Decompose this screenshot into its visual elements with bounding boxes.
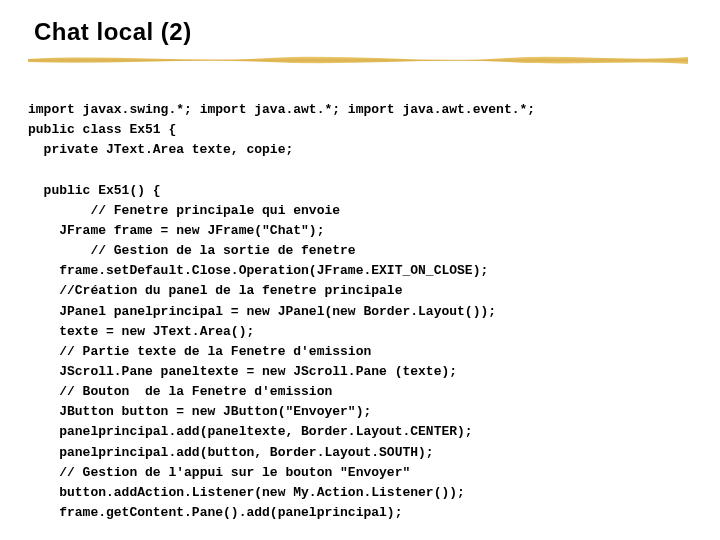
- title-underline: [28, 52, 692, 66]
- code-line: JButton button = new JButton("Envoyer");: [28, 402, 371, 422]
- code-line: // Fenetre principale qui envoie: [28, 201, 340, 221]
- code-line: public Ex51() {: [28, 181, 161, 201]
- code-line: JScroll.Pane paneltexte = new JScroll.Pa…: [28, 362, 457, 382]
- code-line: button.addAction.Listener(new My.Action.…: [28, 483, 465, 503]
- code-line: panelprincipal.add(button, Border.Layout…: [28, 443, 434, 463]
- code-line: // Partie texte de la Fenetre d'emission: [28, 342, 371, 362]
- code-line: private JText.Area texte, copie;: [28, 140, 293, 160]
- code-line: frame.getContent.Pane().add(panelprincip…: [28, 503, 402, 523]
- code-line: panelprincipal.add(paneltexte, Border.La…: [28, 422, 473, 442]
- code-block: import javax.swing.*; import java.awt.*;…: [28, 80, 692, 540]
- brush-stroke-icon: [28, 52, 688, 66]
- slide-title: Chat local (2): [34, 18, 692, 46]
- code-line: import javax.swing.*; import java.awt.*;…: [28, 102, 535, 117]
- code-line: texte = new JText.Area();: [28, 322, 254, 342]
- code-line: // Gestion de la sortie de fenetre: [28, 241, 356, 261]
- code-line: frame.setDefault.Close.Operation(JFrame.…: [28, 261, 488, 281]
- code-line: // Gestion de l'appui sur le bouton "Env…: [28, 463, 410, 483]
- code-line: JPanel panelprincipal = new JPanel(new B…: [28, 302, 496, 322]
- code-line: JFrame frame = new JFrame("Chat");: [28, 221, 324, 241]
- code-line: //Création du panel de la fenetre princi…: [28, 281, 402, 301]
- slide: Chat local (2) import javax.swing.*; imp…: [0, 0, 720, 540]
- code-line: // Bouton de la Fenetre d'emission: [28, 382, 332, 402]
- code-line: public class Ex51 {: [28, 122, 176, 137]
